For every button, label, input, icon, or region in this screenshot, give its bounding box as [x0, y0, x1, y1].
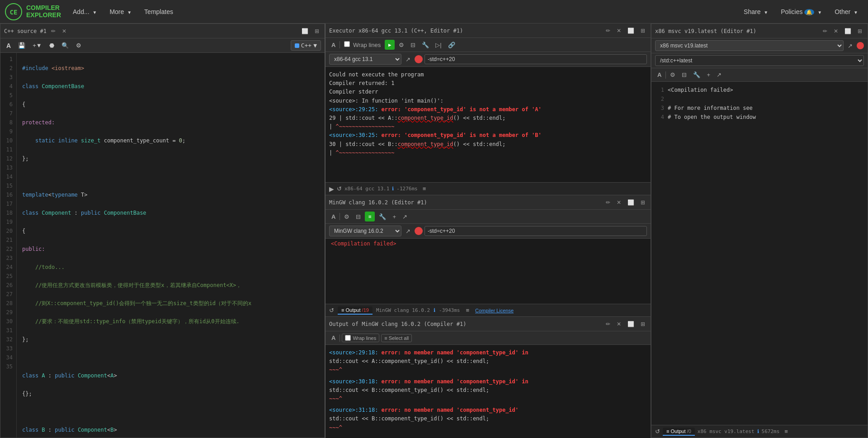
source-edit-icon[interactable]: ✏ [49, 27, 57, 35]
msvc-settings-icon[interactable]: ⚙ [668, 70, 678, 80]
mingw-close-icon[interactable]: ✕ [615, 198, 623, 207]
executor-stdin-icon[interactable]: ▷| [433, 40, 443, 50]
msvc-refresh-button[interactable]: ↺ [655, 428, 660, 435]
wrap-lines-toggle[interactable]: Wrap lines [342, 40, 383, 50]
msvc-stop-button[interactable] [857, 42, 864, 49]
msvc-std-select[interactable]: /std:c++latest [655, 55, 864, 66]
executor-run-icon[interactable]: ▶ [385, 40, 395, 50]
mingw-compiler-row: MinGW clang 16.0.2 ↗ [326, 224, 651, 239]
format-button[interactable]: ⬣ [47, 41, 57, 50]
svg-text:CE: CE [10, 9, 18, 16]
output-err2-under: ~~~^ [329, 395, 647, 403]
share-button[interactable]: Share ▼ [738, 5, 774, 18]
msvc-filter-icon[interactable]: ⊟ [679, 70, 689, 80]
language-selector[interactable]: C++ ▼ [291, 40, 321, 51]
mingw-filter-icon[interactable]: ⊟ [354, 212, 363, 221]
output-edit-icon[interactable]: ✏ [604, 320, 612, 328]
mingw-flags-input[interactable] [425, 226, 647, 236]
msvc-external-link[interactable]: ↗ [845, 41, 855, 51]
templates-button[interactable]: Templates [139, 5, 179, 18]
msvc-add-icon[interactable]: + [704, 70, 712, 80]
msvc-gear2-icon[interactable]: 🔧 [691, 70, 703, 80]
mingw-max-icon[interactable]: ⬜ [626, 198, 636, 207]
mingw-output-tab[interactable]: ≡ Output /19 [338, 306, 373, 315]
code-area[interactable]: 12345 678910 1112131415 1617181920 21222… [0, 53, 325, 438]
mingw-edit-icon[interactable]: ✏ [604, 198, 612, 207]
executor-close-icon[interactable]: ✕ [615, 27, 623, 35]
add-button[interactable]: +▼ [30, 41, 44, 50]
nav-right: Share ▼ Policies 🔔 ▼ Other ▼ [738, 5, 863, 18]
output-err1-code: std::cout << A::component_type_id() << s… [329, 357, 647, 366]
font-size-button[interactable]: A [4, 41, 13, 51]
source-maximize-icon[interactable]: ⬜ [300, 27, 310, 35]
msvc-edit-icon[interactable]: ✏ [821, 27, 829, 35]
executor-err2-code: 30 | std::cout << B::component_type_id()… [329, 140, 647, 149]
executor-settings-icon[interactable]: ⚙ [396, 40, 406, 50]
msvc-output-icon-sm: ≡ [666, 429, 669, 434]
add-menu-button[interactable]: Add... ▼ [67, 5, 102, 18]
wrap-lines-checkbox[interactable] [344, 41, 350, 47]
wrap-lines-button[interactable]: Wrap lines [342, 334, 379, 342]
executor-filter-icon[interactable]: ⊟ [408, 40, 418, 50]
executor-flags-input[interactable] [425, 54, 647, 64]
more-menu-button[interactable]: More ▼ [104, 5, 137, 18]
policies-arrow-icon: ▼ [817, 10, 822, 15]
settings-button[interactable]: ⚙ [74, 41, 84, 50]
mingw-compiler-select[interactable]: MinGW clang 16.0.2 [329, 226, 401, 236]
msvc-title: x86 msvc v19.latest (Editor #1) [655, 28, 818, 34]
msvc-col: x86 msvc v19.latest (Editor #1) ✏ ✕ ⬜ ⊞ … [651, 24, 868, 438]
output-close-icon[interactable]: ✕ [615, 320, 623, 328]
msvc-log-icon[interactable]: ≡ [782, 427, 790, 436]
select-all-button[interactable]: ≡ Select all [381, 334, 412, 342]
executor-font-btn[interactable]: A [329, 40, 338, 50]
msvc-close-icon[interactable]: ✕ [832, 27, 840, 35]
save-button[interactable]: 💾 [16, 41, 28, 50]
msvc-line-1: 1 <Compilation failed> [655, 85, 864, 94]
executor-output-line4: <source>: In function 'int main()': [329, 97, 647, 105]
wrap-lines-checkbox-2[interactable] [345, 335, 351, 341]
executor-edit-icon[interactable]: ✏ [604, 27, 612, 35]
msvc-window-icon[interactable]: ⊞ [856, 27, 864, 35]
mingw-settings-icon[interactable]: ⚙ [342, 212, 352, 221]
executor-external-link[interactable]: ↗ [403, 55, 413, 64]
policies-button[interactable]: Policies 🔔 ▼ [775, 5, 827, 18]
msvc-link-icon[interactable]: ↗ [714, 70, 724, 80]
source-tab[interactable]: C++ source #1 [4, 28, 47, 34]
source-newwindow-icon[interactable]: ⊞ [313, 27, 321, 35]
mingw-external-link[interactable]: ↗ [403, 226, 413, 236]
msvc-compiler-select[interactable]: x86 msvc v19.latest [655, 40, 844, 51]
other-button[interactable]: Other ▼ [829, 5, 863, 18]
executor-link-icon[interactable]: 🔗 [446, 40, 458, 50]
executor-gear2-icon[interactable]: 🔧 [420, 40, 431, 50]
mingw-log-icon[interactable]: ≡ [463, 306, 472, 315]
mingw-gear2-icon[interactable]: 🔧 [377, 212, 388, 221]
line-numbers: 12345 678910 1112131415 1617181920 21222… [0, 53, 17, 438]
mingw-link-icon[interactable]: ↗ [400, 212, 410, 221]
mingw-font-btn[interactable]: A [329, 212, 338, 221]
executor-log-icon[interactable]: ≡ [420, 184, 429, 193]
mingw-add-icon[interactable]: + [390, 212, 398, 221]
executor-compiler-select[interactable]: x86-64 gcc 13.1 [329, 54, 401, 65]
mingw-refresh-button[interactable]: ↺ [329, 307, 334, 314]
output-max-icon[interactable]: ⬜ [626, 320, 636, 328]
msvc-font-btn[interactable]: A [655, 70, 664, 80]
msvc-std-row: /std:c++latest [651, 53, 868, 68]
executor-err2-under: | ^~~~~~~~~~~~~~~~~~ [329, 149, 647, 157]
mingw-license-button[interactable]: Compiler License [475, 308, 514, 313]
executor-max-icon[interactable]: ⬜ [626, 27, 636, 35]
mingw-output-icon[interactable]: ≡ [365, 212, 375, 221]
mingw-window-icon[interactable]: ⊞ [639, 198, 647, 207]
output-window-icon[interactable]: ⊞ [639, 320, 647, 328]
panels-row: Executor x86-64 gcc 13.1 (C++, Editor #1… [326, 24, 868, 438]
executor-refresh-button[interactable]: ↺ [337, 185, 342, 192]
source-close-icon[interactable]: ✕ [60, 27, 68, 35]
code-content[interactable]: #include <iostream> class ComponentBase … [17, 53, 325, 438]
executor-output-line2: Compiler returned: 1 [329, 79, 647, 88]
output-font-btn[interactable]: A [329, 333, 338, 343]
executor-window-icon[interactable]: ⊞ [639, 27, 647, 35]
search-button[interactable]: 🔍 [59, 41, 71, 50]
msvc-max-icon[interactable]: ⬜ [843, 27, 853, 35]
executor-play-button[interactable]: ▶ [329, 185, 334, 193]
output-err3: <source>:31:18: error: no member named '… [329, 406, 647, 414]
msvc-output-tab[interactable]: ≡ Output /0 [663, 428, 695, 436]
